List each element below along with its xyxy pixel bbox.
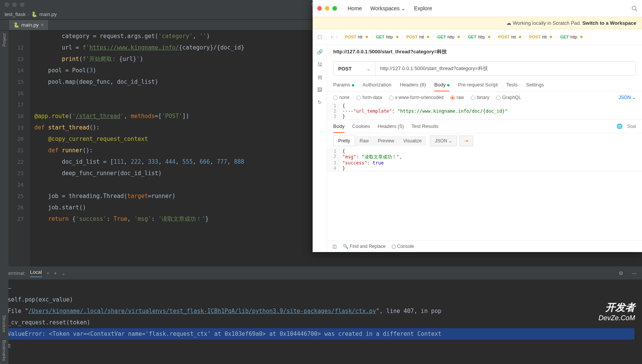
body-binary[interactable]: binary xyxy=(471,95,490,100)
view-raw[interactable]: Raw xyxy=(355,136,373,146)
terminal-tabs: Terminal: Local × + ⌄ ⚙ — xyxy=(0,267,642,279)
body-urlencoded[interactable]: x-www-form-urlencoded xyxy=(389,95,443,100)
response-body[interactable]: 1{2 "msg": "读取文章成功！",3 "success": true4} xyxy=(327,148,642,171)
close-icon[interactable]: × xyxy=(41,22,44,28)
sidebar-toggle-icon[interactable]: ◫ xyxy=(332,244,337,249)
close-icon[interactable]: × xyxy=(47,270,50,276)
postman-main: 🔗 🖫 ▤ 🖼 ↻ http://127.0.0.1:5000/start_th… xyxy=(313,45,642,252)
body-formdata[interactable]: form-data xyxy=(356,95,382,100)
resp-tab-tests[interactable]: Test Results xyxy=(411,123,438,129)
gear-icon[interactable]: ⚙ xyxy=(619,270,623,276)
chevron-down-icon[interactable]: ⌄ xyxy=(61,270,66,276)
body-none[interactable]: none xyxy=(333,95,350,100)
add-terminal-button[interactable]: + xyxy=(54,270,57,276)
banner-cta[interactable]: Switch to a Workspace xyxy=(583,20,636,26)
sidebar-project[interactable]: Project xyxy=(2,34,6,46)
response-tabs: Body Cookies Headers (5) Test Results 🌐 … xyxy=(327,120,642,133)
globe-icon[interactable]: 🌐 xyxy=(616,123,623,129)
nav-home[interactable]: Home xyxy=(348,5,362,11)
breadcrumb-file[interactable]: main.py xyxy=(39,11,57,17)
breadcrumb-project[interactable]: test_flask xyxy=(5,11,26,17)
editor-tab-main[interactable]: 🐍 main.py × xyxy=(9,20,49,30)
tab-tests[interactable]: Tests xyxy=(506,82,518,88)
tab-authorization[interactable]: Authorization xyxy=(363,82,392,88)
postman-window: Home Workspaces ⌄ Explore ☁ Working loca… xyxy=(313,0,642,252)
request-tab[interactable]: GET http xyxy=(464,35,494,39)
svg-point-0 xyxy=(632,6,636,10)
minimize-icon[interactable]: — xyxy=(632,270,637,276)
postman-footer: ◫ 🔍 Find and Replace ▢ Console xyxy=(327,240,642,252)
view-visualize[interactable]: Visualize xyxy=(399,136,426,146)
resp-tab-cookies[interactable]: Cookies xyxy=(352,123,370,129)
request-line: POST ⌄ http://127.0.0.1:5000/start_threa… xyxy=(333,61,636,76)
window-controls[interactable] xyxy=(317,6,337,11)
tab-params[interactable]: Params xyxy=(333,82,354,88)
resp-tab-body[interactable]: Body xyxy=(333,123,345,133)
tab-settings[interactable]: Settings xyxy=(526,82,544,88)
find-replace[interactable]: 🔍 Find and Replace xyxy=(343,244,385,249)
console[interactable]: ▢ Console xyxy=(392,244,414,249)
body-raw[interactable]: raw xyxy=(450,95,464,100)
sidebar-structure[interactable]: Structure xyxy=(2,315,6,332)
nav-explore[interactable]: Explore xyxy=(414,5,432,11)
request-tab[interactable]: POST htt xyxy=(341,35,372,39)
save-icon[interactable]: 🖫 xyxy=(317,62,322,67)
resp-tab-headers[interactable]: Headers (5) xyxy=(378,123,404,129)
search-icon[interactable] xyxy=(631,5,637,12)
terminal-tab-local[interactable]: Local xyxy=(30,269,42,277)
tab-filename: main.py xyxy=(21,22,39,28)
tab-body[interactable]: Body xyxy=(434,82,449,91)
forward-icon[interactable]: › xyxy=(335,34,337,40)
postman-content: http://127.0.0.1:5000/start_thread?categ… xyxy=(327,45,642,252)
tab-headers[interactable]: Headers (8) xyxy=(400,82,426,88)
chevron-down-icon: ⌄ xyxy=(366,66,371,72)
url-input[interactable]: http://127.0.0.1:5000/start_thread?categ… xyxy=(376,62,636,75)
request-tab[interactable]: GET http xyxy=(556,35,587,39)
request-tabs-row: ▢ ‹ › POST httGET httpPOST httGET httpGE… xyxy=(313,29,642,45)
url-display: http://127.0.0.1:5000/start_thread?categ… xyxy=(327,45,642,59)
chevron-down-icon: ⌄ xyxy=(401,5,406,11)
cloud-off-icon: ☁ xyxy=(506,20,511,26)
resp-status: Stat xyxy=(627,123,636,129)
tab-prerequest[interactable]: Pre-request Script xyxy=(458,82,498,88)
response-view-toolbar: Pretty Raw Preview Visualize JSON ⌄ ⇥ xyxy=(327,133,642,148)
view-pretty[interactable]: Pretty xyxy=(333,136,355,146)
python-file-icon: 🐍 xyxy=(32,12,37,17)
banner-text: Working locally in Scratch Pad. xyxy=(513,20,581,26)
request-tab[interactable]: GET http xyxy=(372,35,403,39)
body-type-row: none form-data x-www-form-urlencoded raw… xyxy=(327,92,642,103)
request-tab[interactable]: POST htt xyxy=(525,35,556,39)
window-controls[interactable] xyxy=(0,0,29,10)
watermark: 开发者 DevZe.CoM xyxy=(599,301,635,322)
nav-workspaces[interactable]: Workspaces ⌄ xyxy=(370,5,406,11)
view-preview[interactable]: Preview xyxy=(373,136,399,146)
postman-sidebar: 🔗 🖫 ▤ 🖼 ↻ xyxy=(313,45,327,252)
python-file-icon: 🐍 xyxy=(14,22,19,28)
link-icon[interactable]: 🔗 xyxy=(317,49,323,55)
postman-nav: Home Workspaces ⌄ Explore xyxy=(348,5,432,11)
chevron-down-icon: ⌄ xyxy=(632,95,636,100)
terminal-output[interactable]: — self.pop(exc_value) File "/Users/kingn… xyxy=(0,279,642,354)
resp-format-select[interactable]: JSON ⌄ xyxy=(430,136,457,146)
image-icon[interactable]: 🖼 xyxy=(317,87,322,93)
method-select[interactable]: POST ⌄ xyxy=(334,62,376,75)
new-tab-icon[interactable]: ▢ xyxy=(313,34,327,40)
scratch-pad-banner: ☁ Working locally in Scratch Pad. Switch… xyxy=(313,17,642,29)
request-body-editor[interactable]: 1{2····"url_template": "https://www.king… xyxy=(327,103,642,120)
terminal-panel: Terminal: Local × + ⌄ ⚙ — — self.pop(exc… xyxy=(0,267,642,364)
history-icon[interactable]: ↻ xyxy=(318,99,322,105)
postman-header: Home Workspaces ⌄ Explore xyxy=(313,0,642,17)
chevron-right-icon: › xyxy=(28,11,29,17)
request-tab[interactable]: POST htt xyxy=(403,35,433,39)
body-graphql[interactable]: GraphQL xyxy=(496,95,521,100)
tab-history-nav: ‹ › xyxy=(327,34,341,40)
body-format-select[interactable]: JSON ⌄ xyxy=(619,95,636,100)
sidebar-bookmarks[interactable]: Bookmarks xyxy=(2,340,6,361)
request-tab[interactable]: POST htt xyxy=(494,35,525,39)
back-icon[interactable]: ‹ xyxy=(331,34,332,40)
wrap-icon[interactable]: ⇥ xyxy=(459,136,473,146)
svg-line-1 xyxy=(636,10,637,11)
request-tab[interactable]: GET http xyxy=(433,35,464,39)
collections-icon[interactable]: ▤ xyxy=(318,74,322,80)
request-subtabs: Params Authorization Headers (8) Body Pr… xyxy=(327,78,642,92)
